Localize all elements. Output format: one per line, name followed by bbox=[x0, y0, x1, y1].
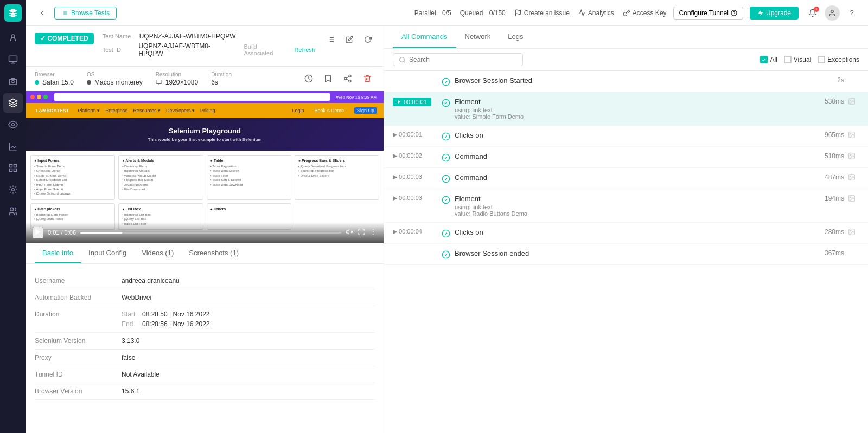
start-label: Start bbox=[122, 311, 138, 318]
svg-point-44 bbox=[850, 176, 851, 177]
monitor-icon bbox=[8, 55, 18, 64]
status-badge: ✓ COMPLETED bbox=[35, 33, 94, 44]
browser-info-os: OS Macos monterey bbox=[87, 72, 143, 86]
svg-point-35 bbox=[850, 100, 851, 101]
queued-label: Queued bbox=[460, 9, 483, 17]
cmd-screenshot[interactable] bbox=[844, 228, 859, 236]
parallel-info: Parallel 0/5 bbox=[414, 9, 451, 17]
cmd-screenshot[interactable] bbox=[844, 195, 859, 202]
edit-button[interactable] bbox=[342, 33, 356, 47]
timer-button[interactable] bbox=[301, 71, 316, 86]
configure-tunnel-button[interactable]: Configure Tunnel bbox=[673, 7, 743, 20]
cmd-tab-network[interactable]: Network bbox=[456, 26, 500, 48]
command-row[interactable]: ▶ 00:00:03 Element using: link textvalue… bbox=[384, 189, 868, 223]
browse-tests-label: Browse Tests bbox=[71, 9, 110, 17]
user-avatar[interactable] bbox=[825, 5, 840, 21]
cmd-tab-all[interactable]: All Commands bbox=[393, 26, 456, 48]
test-action-buttons bbox=[324, 33, 375, 47]
image-icon bbox=[848, 228, 856, 236]
cmd-tab-logs[interactable]: Logs bbox=[499, 26, 532, 48]
volume-icon bbox=[346, 228, 353, 236]
command-row[interactable]: ▶ 00:00:03 Command 487ms bbox=[384, 168, 868, 189]
refresh-icon-button[interactable] bbox=[361, 33, 375, 47]
video-progress-bar[interactable] bbox=[80, 232, 341, 234]
command-row[interactable]: ▶ 00:00:02 Command 518ms bbox=[384, 147, 868, 168]
analytics-button[interactable]: Analytics bbox=[578, 9, 614, 17]
cmd-name: Browser Session ended bbox=[455, 249, 801, 257]
share-button[interactable] bbox=[340, 71, 355, 86]
image-icon bbox=[848, 173, 856, 181]
filter-all[interactable]: All bbox=[760, 56, 777, 63]
resolution-value: 1920×1080 bbox=[156, 79, 198, 86]
video-preview: Wed Nov 16 8:28 AM LAMBDATEST Platform ▾… bbox=[26, 91, 384, 243]
main-content: Browse Tests Parallel 0/5 Queued 0/150 C… bbox=[26, 0, 868, 433]
browse-tests-button[interactable]: Browse Tests bbox=[54, 7, 117, 20]
refresh-button[interactable]: Refresh bbox=[294, 47, 315, 53]
bookmark-button[interactable] bbox=[321, 71, 336, 86]
command-row[interactable]: Browser Session Started 2s bbox=[384, 71, 868, 92]
delete-button[interactable] bbox=[360, 71, 375, 86]
video-area: Wed Nov 16 8:28 AM LAMBDATEST Platform ▾… bbox=[26, 91, 384, 243]
back-button[interactable] bbox=[35, 5, 50, 21]
exceptions-checkbox[interactable] bbox=[818, 56, 825, 63]
sidebar-item-screenshots[interactable] bbox=[3, 72, 23, 91]
sidebar-item-analytics[interactable] bbox=[3, 137, 23, 156]
filter-exceptions[interactable]: Exceptions bbox=[818, 56, 859, 63]
create-issue-button[interactable]: Create an issue bbox=[514, 9, 570, 17]
help-button[interactable]: ? bbox=[844, 5, 859, 21]
command-row[interactable]: ▶ 00:00:01 Clicks on 965ms bbox=[384, 126, 868, 147]
svg-line-20 bbox=[347, 79, 349, 81]
app-logo[interactable] bbox=[4, 4, 22, 22]
mute-button[interactable] bbox=[346, 228, 353, 237]
end-value: 08:28:56 | Nov 16 2022 bbox=[142, 320, 210, 328]
check-circle-icon bbox=[442, 77, 450, 86]
sidebar-item-automation[interactable] bbox=[3, 93, 23, 113]
end-time-row: End 08:28:56 | Nov 16 2022 bbox=[122, 320, 210, 328]
parallel-value: 0/5 bbox=[442, 9, 451, 17]
upgrade-button[interactable]: Upgrade bbox=[750, 7, 799, 20]
browser-info-resolution: Resolution 1920×1080 bbox=[156, 72, 198, 86]
cmd-screenshot[interactable] bbox=[844, 152, 859, 160]
key-icon bbox=[623, 9, 630, 17]
all-checkbox[interactable] bbox=[760, 56, 768, 63]
cmd-screenshot[interactable] bbox=[844, 131, 859, 139]
filter-visual[interactable]: Visual bbox=[784, 56, 811, 63]
sidebar-item-integrations[interactable] bbox=[3, 158, 23, 178]
automation-label: Automation Backed bbox=[35, 294, 122, 301]
info-row-proxy: Proxy false bbox=[35, 350, 375, 366]
timestamp-play-button[interactable]: 00:00:01 bbox=[393, 98, 431, 106]
cmd-body: Browser Session ended bbox=[455, 249, 801, 257]
svg-line-21 bbox=[347, 76, 349, 78]
notification-bell[interactable]: 1 bbox=[805, 5, 820, 21]
cmd-name: Clicks on bbox=[455, 228, 801, 236]
sidebar-item-team[interactable] bbox=[3, 202, 23, 221]
tab-basic-info[interactable]: Basic Info bbox=[35, 243, 81, 263]
tab-input-config[interactable]: Input Config bbox=[81, 243, 134, 263]
tab-screenshots[interactable]: Screenshots (1) bbox=[181, 243, 246, 263]
sidebar-item-realtime[interactable] bbox=[3, 50, 23, 69]
fullscreen-button[interactable] bbox=[358, 228, 365, 237]
more-options-button[interactable] bbox=[369, 228, 377, 237]
selenium-value: 3.13.0 bbox=[122, 337, 139, 345]
cmd-screenshot[interactable] bbox=[844, 98, 859, 105]
command-row[interactable]: 00:00:01 Element using: link textvalue: … bbox=[384, 92, 868, 126]
play-button[interactable] bbox=[33, 227, 43, 239]
cmd-screenshot[interactable] bbox=[844, 173, 859, 181]
sidebar-item-settings[interactable] bbox=[3, 180, 23, 199]
command-row[interactable]: ▶ 00:00:04 Clicks on 280ms bbox=[384, 223, 868, 244]
cmd-status-icon bbox=[442, 131, 455, 141]
command-row[interactable]: Browser Session ended 367ms bbox=[384, 244, 868, 265]
camera-icon bbox=[8, 76, 18, 86]
sidebar-item-home[interactable] bbox=[3, 28, 23, 48]
list-view-button[interactable] bbox=[324, 33, 338, 47]
image-icon bbox=[848, 98, 856, 105]
cmd-name: Element bbox=[455, 195, 801, 203]
sidebar-item-smartui[interactable] bbox=[3, 115, 23, 134]
visual-checkbox[interactable] bbox=[784, 56, 792, 63]
access-key-button[interactable]: Access Key bbox=[623, 9, 667, 17]
more-dots-icon bbox=[369, 228, 377, 236]
bottom-tabs: Basic Info Input Config Videos (1) Scree… bbox=[26, 243, 384, 264]
tab-videos[interactable]: Videos (1) bbox=[134, 243, 181, 263]
search-input[interactable] bbox=[409, 56, 517, 63]
svg-rect-1 bbox=[9, 56, 17, 62]
